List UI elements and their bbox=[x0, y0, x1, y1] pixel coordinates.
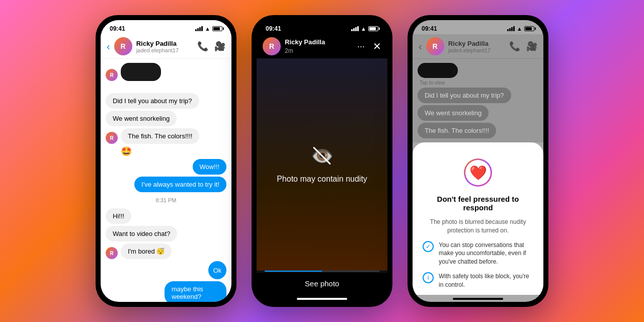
wifi-icon-2: ▲ bbox=[361, 26, 366, 32]
status-bar-2: 09:41 ▲ bbox=[257, 20, 387, 34]
phone-1: 09:41 ▲ ‹ R Ricky Padilla jaded.elephant… bbox=[96, 15, 236, 307]
back-button-3[interactable]: ‹ bbox=[419, 41, 422, 52]
timestamp-831: 8:31 PM bbox=[106, 197, 226, 203]
safety-icon-wrap: ❤️ bbox=[423, 158, 533, 187]
video-icon-3[interactable]: 🎥 bbox=[526, 41, 537, 52]
video-icon-1[interactable]: 🎥 bbox=[214, 41, 225, 52]
sender-name-2: Ricky Padilla bbox=[285, 38, 325, 46]
chat-area-1: R Tap to view Did I tell you about my tr… bbox=[101, 59, 231, 302]
status-bar-1: 09:41 ▲ bbox=[101, 20, 231, 34]
battery-icon bbox=[212, 26, 222, 31]
sender-info: R Ricky Padilla 2m bbox=[263, 37, 325, 55]
msg-emoji: 🤩 bbox=[121, 146, 132, 157]
msg-wow: Wow!!! bbox=[193, 159, 227, 175]
msg-ok: Ok bbox=[208, 261, 226, 279]
call-icon-3[interactable]: 📞 bbox=[509, 41, 520, 52]
header-actions-1: 📞 🎥 bbox=[197, 41, 225, 52]
header-bar-3: ‹ R Ricky Padilla jaded.elephant17 📞 🎥 bbox=[413, 34, 543, 59]
photo-container: 👁️ Photo may contain nudity bbox=[257, 58, 387, 270]
dark-box-3 bbox=[418, 63, 458, 78]
more-options-icon[interactable]: ··· bbox=[357, 41, 365, 52]
signal-icon-3 bbox=[507, 26, 515, 31]
see-photo-button[interactable]: See photo bbox=[257, 272, 387, 295]
info-tip-icon: i bbox=[423, 272, 434, 283]
call-icon-1[interactable]: 📞 bbox=[197, 41, 208, 52]
tap-to-view-label: Tap to view bbox=[121, 83, 148, 89]
home-indicator-3 bbox=[453, 298, 503, 300]
tip-text-1: You can stop conversations that make you… bbox=[439, 241, 533, 266]
msg-snorkeling-3: We went snorkeling bbox=[418, 105, 489, 121]
msg-snorkeling: We went snorkeling bbox=[106, 111, 177, 126]
msg-trip: Did I tell you about my trip? bbox=[106, 93, 199, 109]
sender-details: Ricky Padilla 2m bbox=[285, 38, 325, 55]
msg-always-wanted: I've always wanted to try it! bbox=[134, 177, 226, 192]
signal-icon bbox=[195, 26, 203, 31]
tap-to-view-wrap: R Tap to view bbox=[106, 63, 226, 89]
tap-label-3: Tap to view bbox=[420, 80, 538, 86]
battery-icon-2 bbox=[368, 26, 378, 31]
time-2: 09:41 bbox=[266, 25, 281, 32]
wifi-icon-3: ▲ bbox=[517, 26, 522, 32]
contact-info-3: Ricky Padilla jaded.elephant17 bbox=[448, 40, 505, 53]
contact-username-3: jaded.elephant17 bbox=[448, 47, 505, 53]
progress-bar bbox=[265, 271, 379, 272]
header-bar-2: R Ricky Padilla 2m ··· ✕ bbox=[257, 34, 387, 58]
safety-heart-icon: ❤️ bbox=[464, 158, 492, 187]
safety-tip-1: ✓ You can stop conversations that make y… bbox=[423, 241, 533, 266]
phone-3: 09:41 ▲ ‹ R Ricky Padilla jaded.elephant… bbox=[408, 15, 548, 307]
safety-subtitle: The photo is blurred because nudity prot… bbox=[423, 218, 533, 235]
safety-title: Don't feel pressured to respond bbox=[423, 195, 533, 212]
msg-fish-3: The fish. The colors!!!! bbox=[418, 123, 496, 138]
avatar-1: R bbox=[114, 37, 132, 55]
safety-tip-2: i With safety tools like block, you're i… bbox=[423, 272, 533, 289]
signal-icon-2 bbox=[351, 26, 359, 31]
safety-sheet: ❤️ Don't feel pressured to respond The p… bbox=[413, 142, 543, 295]
time-3: 09:41 bbox=[422, 25, 437, 32]
sender-time: 2m bbox=[285, 47, 293, 54]
msg-fish: The fish. The colors!!!! bbox=[121, 128, 199, 144]
msg-avatar-fish: R bbox=[106, 132, 118, 144]
nudity-text: Photo may contain nudity bbox=[277, 175, 367, 184]
progress-fill bbox=[265, 271, 322, 272]
msg-video-chat: Want to video chat? bbox=[106, 226, 177, 242]
status-icons-2: ▲ bbox=[351, 26, 378, 32]
shield-tip-icon: ✓ bbox=[423, 241, 434, 252]
msg-trip-3: Did I tell you about my trip? bbox=[418, 88, 511, 103]
tap-to-view-box[interactable] bbox=[121, 63, 161, 81]
contact-info-1: Ricky Padilla jaded.elephant17 bbox=[136, 40, 193, 53]
avatar-3: R bbox=[426, 37, 444, 55]
close-icon[interactable]: ✕ bbox=[373, 40, 381, 52]
msg-bored: I'm bored 😴 bbox=[121, 244, 172, 259]
contact-name-3: Ricky Padilla bbox=[448, 40, 505, 47]
contact-username-1: jaded.elephant17 bbox=[136, 47, 193, 53]
msg-fish-wrap: R The fish. The colors!!!! bbox=[106, 128, 226, 144]
msg-hi: Hi!!! bbox=[106, 208, 131, 224]
see-photo-bar: See photo bbox=[257, 270, 387, 295]
msg-avatar-tapview: R bbox=[106, 69, 118, 81]
phone-2: 09:41 ▲ R Ricky Padilla 2m ··· ✕ bbox=[252, 15, 392, 307]
msg-avatar-bored: R bbox=[106, 247, 118, 259]
contact-name-1: Ricky Padilla bbox=[136, 40, 193, 47]
header-bar-1: ‹ R Ricky Padilla jaded.elephant17 📞 🎥 bbox=[101, 34, 231, 59]
avatar-2: R bbox=[263, 37, 281, 55]
tip-text-2: With safety tools like block, you're in … bbox=[439, 272, 533, 289]
home-indicator-2 bbox=[297, 298, 347, 300]
battery-icon-3 bbox=[524, 26, 534, 31]
header-actions-3: 📞 🎥 bbox=[509, 41, 537, 52]
status-icons-3: ▲ bbox=[507, 26, 534, 32]
dimmed-chat: Tap to view Did I tell you about my trip… bbox=[413, 59, 543, 142]
nudity-indicator: 👁️ bbox=[311, 145, 334, 167]
msg-weekend-wrap: maybe this weekend? ❤️ bbox=[149, 281, 226, 302]
back-button-1[interactable]: ‹ bbox=[107, 41, 110, 52]
msg-bored-wrap: R I'm bored 😴 bbox=[106, 244, 226, 259]
time-1: 09:41 bbox=[110, 25, 125, 32]
status-icons-1: ▲ bbox=[195, 26, 222, 32]
status-bar-3: 09:41 ▲ bbox=[413, 20, 543, 34]
wifi-icon: ▲ bbox=[205, 26, 210, 32]
msg-weekend: maybe this weekend? bbox=[165, 281, 226, 302]
